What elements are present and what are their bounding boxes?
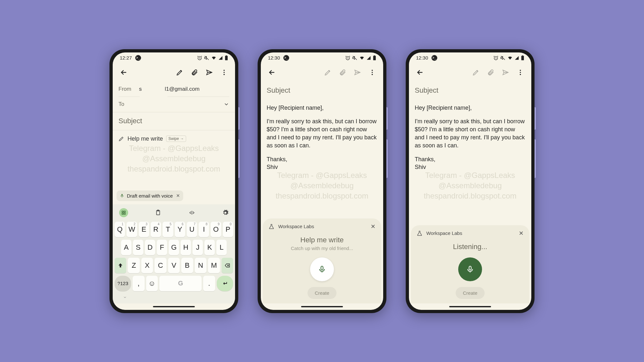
mic-button-active[interactable] (458, 257, 482, 281)
key[interactable]: T5 (163, 222, 173, 237)
google-icon: G (178, 280, 183, 287)
kb-apps-icon[interactable] (119, 208, 128, 217)
key[interactable]: A (121, 240, 131, 255)
nav-handle[interactable] (113, 303, 235, 310)
svg-point-24 (520, 72, 521, 73)
to-field[interactable]: To (113, 97, 235, 112)
space-key[interactable]: G (159, 276, 202, 291)
emoji-key[interactable]: ☺ (146, 276, 158, 291)
compose-body[interactable]: Hey [Recipient name], I'm really sorry t… (409, 99, 531, 225)
from-label: From (118, 86, 131, 92)
back-button[interactable] (413, 66, 426, 79)
back-button[interactable] (117, 66, 130, 79)
attach-icon[interactable] (336, 66, 349, 79)
svg-point-18 (372, 74, 373, 75)
clipboard-icon[interactable] (155, 209, 161, 216)
workspace-labs-panel: Workspace Labs ✕ Help me write Catch up … (263, 218, 381, 303)
magic-pen-icon[interactable] (469, 66, 482, 79)
attach-icon[interactable] (188, 66, 201, 79)
key[interactable]: V (168, 258, 180, 273)
create-button[interactable]: Create (308, 287, 336, 299)
key[interactable]: O9 (211, 222, 221, 237)
compose-body[interactable]: Help me write Swipe → Telegram - @GappsL… (113, 130, 235, 190)
key[interactable]: I8 (199, 222, 209, 237)
magic-pen-icon[interactable] (173, 66, 186, 79)
key[interactable]: N (195, 258, 206, 273)
svg-point-17 (372, 72, 373, 73)
create-button[interactable]: Create (456, 287, 484, 299)
backspace-key[interactable] (222, 258, 233, 273)
wifi-icon (211, 55, 216, 60)
attach-icon[interactable] (484, 66, 497, 79)
close-icon[interactable]: ✕ (371, 223, 375, 230)
key[interactable]: Y6 (175, 222, 185, 237)
mic-icon (318, 265, 326, 274)
voice-draft-chip[interactable]: Draft email with voice ✕ (117, 190, 183, 201)
key[interactable]: S (133, 240, 143, 255)
key[interactable]: X (141, 258, 153, 273)
nav-handle[interactable] (409, 303, 531, 310)
from-field[interactable]: From s l1@gmail.com (113, 81, 235, 97)
period-key[interactable]: . (203, 276, 215, 291)
symbols-key[interactable]: ?123 (115, 276, 131, 291)
key[interactable]: B (181, 258, 193, 273)
key[interactable]: P0 (223, 222, 233, 237)
enter-key[interactable] (217, 276, 233, 291)
collapse-keyboard[interactable] (115, 294, 233, 301)
key[interactable]: U7 (187, 222, 197, 237)
shift-key[interactable] (115, 258, 126, 273)
keyboard[interactable]: Q1W2E3R4T5Y6U7I8O9P0 ASDFGHJKL ZXCVBNM ?… (113, 204, 235, 303)
help-me-write-row[interactable]: Help me write Swipe → (118, 135, 229, 143)
subject-field[interactable]: Subject (261, 81, 383, 99)
send-icon[interactable] (351, 66, 364, 79)
gear-icon[interactable] (222, 209, 229, 216)
key[interactable]: J (193, 240, 203, 255)
email-thanks: Thanks, (267, 155, 377, 163)
status-bar: 12:30>_ (261, 52, 383, 63)
text-select-icon[interactable] (188, 209, 195, 216)
subject-field[interactable]: Subject (409, 81, 531, 99)
key[interactable]: K (204, 240, 215, 255)
status-bar: 12:30>_ (409, 52, 531, 63)
back-button[interactable] (265, 66, 278, 79)
send-icon[interactable] (499, 66, 512, 79)
compose-body[interactable]: Hey [Recipient name], I'm really sorry t… (261, 99, 383, 218)
send-icon[interactable] (203, 66, 216, 79)
key[interactable]: W2 (127, 222, 137, 237)
key[interactable]: M (208, 258, 220, 273)
mic-icon (120, 193, 124, 198)
key[interactable]: D (145, 240, 155, 255)
key[interactable]: E3 (139, 222, 149, 237)
signal-icon (366, 56, 371, 60)
comma-key[interactable]: , (133, 276, 144, 291)
key[interactable]: H (181, 240, 191, 255)
svg-rect-8 (124, 211, 125, 212)
chevron-down-icon[interactable] (223, 101, 229, 107)
more-icon[interactable] (366, 66, 379, 79)
key[interactable]: C (155, 258, 166, 273)
close-icon[interactable]: ✕ (519, 230, 524, 237)
svg-rect-10 (124, 213, 125, 214)
svg-rect-6 (121, 194, 123, 196)
nav-handle[interactable] (261, 303, 383, 310)
dev-icon: >_ (431, 55, 437, 61)
close-icon[interactable]: ✕ (176, 193, 180, 198)
key[interactable]: L (216, 240, 227, 255)
svg-point-25 (520, 74, 521, 75)
subject-field[interactable]: Subject (113, 112, 235, 130)
key[interactable]: F (157, 240, 167, 255)
key[interactable]: R4 (151, 222, 161, 237)
key[interactable]: G (169, 240, 179, 255)
magic-pen-icon[interactable] (321, 66, 334, 79)
more-icon[interactable] (218, 66, 231, 79)
status-icons (197, 55, 228, 60)
key[interactable]: Z (128, 258, 139, 273)
mic-button[interactable] (310, 257, 334, 281)
key[interactable]: Q1 (115, 222, 125, 237)
alarm-icon (345, 55, 350, 60)
to-label: To (118, 101, 124, 107)
more-icon[interactable] (514, 66, 527, 79)
svg-rect-22 (522, 55, 523, 56)
from-email: l1@gmail.com (165, 86, 200, 92)
mute-icon (352, 55, 357, 60)
